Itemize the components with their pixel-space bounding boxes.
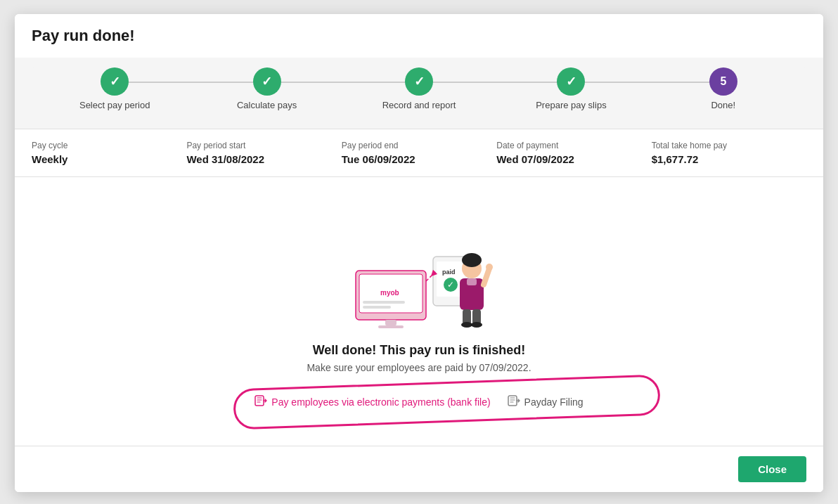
bank-file-link[interactable]: Pay employees via electronic payments (b… bbox=[254, 394, 490, 410]
step-label-prepare-pay-slips: Prepare pay slips bbox=[536, 100, 606, 110]
svg-rect-23 bbox=[508, 396, 517, 406]
step-label-calculate-pays: Calculate pays bbox=[237, 100, 297, 110]
summary-item-2: Pay period endTue 06/09/2022 bbox=[342, 141, 496, 165]
summary-value-4: $1,677.72 bbox=[652, 153, 806, 165]
summary-value-3: Wed 07/09/2022 bbox=[496, 153, 651, 165]
summary-label-1: Pay period start bbox=[186, 141, 341, 150]
summary-value-0: Weekly bbox=[32, 153, 186, 165]
svg-text:✓: ✓ bbox=[447, 280, 454, 290]
svg-line-15 bbox=[484, 269, 489, 285]
check-icon: ✓ bbox=[110, 74, 120, 89]
summary-bar: Pay cycleWeeklyPay period startWed 31/08… bbox=[15, 129, 823, 177]
svg-point-16 bbox=[486, 264, 493, 271]
summary-label-3: Date of payment bbox=[496, 141, 651, 150]
summary-item-4: Total take home pay$1,677.72 bbox=[652, 141, 806, 165]
summary-item-3: Date of paymentWed 07/09/2022 bbox=[496, 141, 651, 165]
svg-point-13 bbox=[462, 253, 482, 267]
summary-label-2: Pay period end bbox=[342, 141, 496, 150]
svg-rect-22 bbox=[255, 396, 264, 406]
illustration: myob paid ✓ bbox=[342, 218, 496, 330]
stepper-item-select-pay-period: ✓Select pay period bbox=[39, 67, 191, 110]
modal-title: Pay run done! bbox=[32, 27, 806, 45]
step-circle-prepare-pay-slips: ✓ bbox=[557, 67, 585, 96]
check-icon: ✓ bbox=[566, 74, 576, 89]
check-icon: ✓ bbox=[262, 74, 272, 89]
payday-filing-link[interactable]: Payday Filing bbox=[508, 394, 584, 410]
step-label-done: Done! bbox=[711, 100, 735, 110]
svg-rect-21 bbox=[467, 278, 477, 285]
stepper-item-calculate-pays: ✓Calculate pays bbox=[191, 67, 342, 110]
svg-rect-3 bbox=[363, 301, 405, 304]
bank-file-icon bbox=[254, 394, 267, 410]
step-label-select-pay-period: Select pay period bbox=[79, 100, 150, 110]
svg-text:myob: myob bbox=[380, 289, 399, 297]
summary-value-1: Wed 31/08/2022 bbox=[186, 153, 341, 165]
svg-rect-6 bbox=[378, 325, 404, 328]
step-circle-done: 5 bbox=[709, 67, 737, 96]
stepper: ✓Select pay period✓Calculate pays✓Record… bbox=[32, 67, 806, 119]
done-title: Well done! This pay run is finished! bbox=[313, 343, 526, 358]
check-icon: ✓ bbox=[414, 74, 425, 89]
summary-item-1: Pay period startWed 31/08/2022 bbox=[186, 141, 341, 165]
step-label-record-and-report: Record and report bbox=[382, 100, 456, 110]
stepper-item-prepare-pay-slips: ✓Prepare pay slips bbox=[495, 67, 647, 110]
svg-rect-4 bbox=[363, 306, 391, 309]
summary-label-4: Total take home pay bbox=[652, 141, 806, 150]
done-subtitle: Make sure your employees are paid by 07/… bbox=[307, 362, 531, 373]
close-button[interactable]: Close bbox=[738, 456, 806, 482]
svg-text:paid: paid bbox=[442, 269, 456, 276]
stepper-item-done: 5Done! bbox=[647, 67, 799, 110]
modal-footer: Close bbox=[15, 446, 823, 492]
svg-rect-5 bbox=[385, 320, 397, 325]
actions-row: Pay employees via electronic payments (b… bbox=[254, 394, 583, 410]
summary-value-2: Tue 06/09/2022 bbox=[342, 153, 496, 165]
step-circle-calculate-pays: ✓ bbox=[253, 67, 281, 96]
modal-header: Pay run done! bbox=[15, 14, 823, 58]
stepper-container: ✓Select pay period✓Calculate pays✓Record… bbox=[15, 58, 823, 129]
summary-item-0: Pay cycleWeekly bbox=[32, 141, 186, 165]
pay-run-done-modal: Pay run done! ✓Select pay period✓Calcula… bbox=[15, 14, 823, 492]
step-circle-select-pay-period: ✓ bbox=[101, 67, 129, 96]
step-circle-record-and-report: ✓ bbox=[405, 67, 433, 96]
svg-point-19 bbox=[461, 322, 472, 328]
svg-point-20 bbox=[471, 322, 482, 328]
summary-label-0: Pay cycle bbox=[32, 141, 186, 150]
stepper-item-record-and-report: ✓Record and report bbox=[343, 67, 495, 110]
modal-body: myob paid ✓ bbox=[15, 177, 823, 492]
payday-filing-icon bbox=[508, 394, 520, 410]
